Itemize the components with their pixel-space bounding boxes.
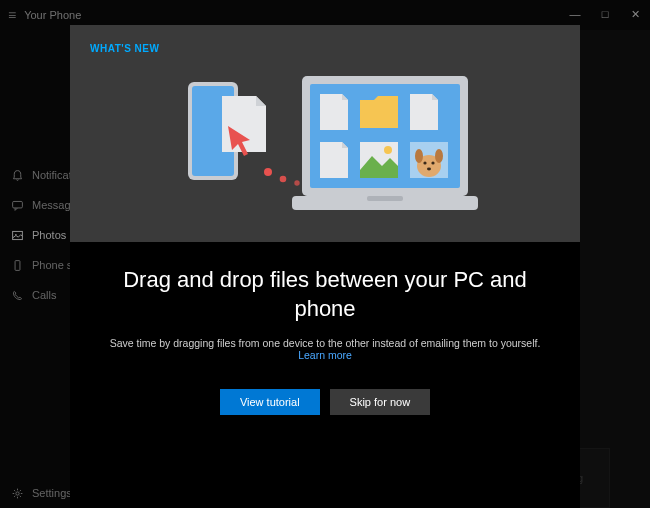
svg-point-23: [427, 168, 431, 171]
modal-buttons: View tutorial Skip for now: [98, 389, 552, 415]
svg-point-7: [264, 168, 272, 176]
drag-drop-illustration: [90, 62, 560, 222]
view-tutorial-button[interactable]: View tutorial: [220, 389, 320, 415]
svg-point-21: [423, 161, 426, 164]
modal-description-text: Save time by dragging files from one dev…: [110, 337, 541, 349]
svg-point-16: [384, 146, 392, 154]
modal-description: Save time by dragging files from one dev…: [98, 337, 552, 361]
modal-illustration-area: WHAT'S NEW: [70, 25, 580, 242]
svg-point-19: [415, 149, 423, 163]
svg-point-22: [431, 161, 434, 164]
learn-more-link[interactable]: Learn more: [298, 349, 352, 361]
svg-point-20: [435, 149, 443, 163]
modal-backdrop: WHAT'S NEW: [0, 0, 650, 508]
whats-new-badge: WHAT'S NEW: [90, 43, 560, 54]
skip-for-now-button[interactable]: Skip for now: [330, 389, 431, 415]
modal-title: Drag and drop files between your PC and …: [98, 266, 552, 323]
modal-content: Drag and drop files between your PC and …: [70, 242, 580, 441]
svg-point-8: [280, 176, 287, 183]
svg-rect-14: [367, 196, 403, 201]
whats-new-modal: WHAT'S NEW: [70, 25, 580, 508]
svg-point-9: [294, 180, 299, 185]
